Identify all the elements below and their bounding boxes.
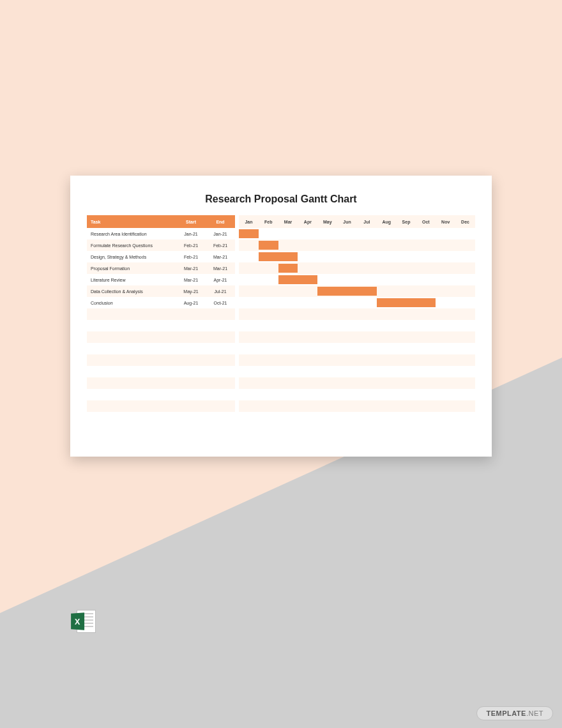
timeline-cell [239,320,259,331]
timeline-cell [397,239,416,251]
timeline-cell [455,285,475,297]
timeline-cell [278,377,298,389]
cell-start: Aug-21 [176,297,206,308]
timeline-cell [377,251,397,262]
timeline-cell [377,239,397,251]
timeline-cell [298,331,317,343]
timeline-cell [436,239,455,251]
timeline-cell [455,331,475,343]
timeline-cell [416,320,436,331]
excel-icon: X [70,610,96,633]
timeline-cell [317,308,337,320]
timeline-cell [239,412,259,423]
timeline-cell [239,377,259,389]
header-month: Apr [298,215,317,228]
timeline-cell [239,285,259,297]
gantt-bar [278,264,298,273]
timeline-cell [397,228,416,239]
table-row [87,343,475,354]
timeline-cell [317,400,337,412]
timeline-cell [455,320,475,331]
timeline-cell [377,228,397,239]
cell-end [206,331,235,343]
cell-task: Literature Review [87,274,176,285]
cell-task [87,354,176,366]
timeline-cell [377,366,397,377]
cell-task [87,331,176,343]
timeline-cell [377,412,397,423]
timeline-cell [298,343,317,354]
timeline-cell [317,343,337,354]
timeline-cell [436,354,455,366]
timeline-cell [357,331,377,343]
timeline-cell [416,343,436,354]
header-month: Aug [377,215,397,228]
cell-start: Mar-21 [176,262,206,274]
timeline-cell [337,366,357,377]
timeline [239,366,475,377]
timeline-cell [317,274,337,285]
timeline-cell [455,366,475,377]
timeline-cell [377,400,397,412]
table-row [87,320,475,331]
timeline-cell [377,274,397,285]
timeline-cell [416,228,436,239]
timeline-cell [278,400,298,412]
timeline-cell [259,412,278,423]
timeline-cell [239,400,259,412]
timeline [239,320,475,331]
cell-end: Jan-21 [206,228,235,239]
timeline [239,297,475,308]
header-row: Task Start End JanFebMarAprMayJunJulAugS… [87,215,475,228]
cell-end: Mar-21 [206,262,235,274]
cell-start [176,354,206,366]
timeline-cell [416,366,436,377]
timeline-cell [397,274,416,285]
header-month: Jan [239,215,259,228]
timeline-cell [278,389,298,400]
cell-task: Data Collection & Analysis [87,285,176,297]
timeline-cell [259,285,278,297]
cell-end: Jul-21 [206,285,235,297]
timeline-cell [436,274,455,285]
timeline-cell [436,262,455,274]
cell-task [87,308,176,320]
timeline-cell [337,377,357,389]
cell-end: Feb-21 [206,239,235,251]
table-row [87,400,475,412]
timeline [239,239,475,251]
header-month: Sep [397,215,416,228]
timeline-cell [259,331,278,343]
timeline-cell [436,251,455,262]
cell-task: Conclusion [87,297,176,308]
timeline-cell [377,354,397,366]
timeline-cell [298,239,317,251]
timeline-cell [455,228,475,239]
cell-task [87,377,176,389]
timeline-cell [239,389,259,400]
cell-start: Jan-21 [176,228,206,239]
timeline-cell [377,377,397,389]
timeline-cell [337,251,357,262]
header-month: May [317,215,337,228]
timeline [239,285,475,297]
cell-start [176,400,206,412]
cell-end [206,343,235,354]
cell-task: Research Area Identification [87,228,176,239]
timeline-cell [397,262,416,274]
timeline-cell [317,251,337,262]
timeline-cell [278,308,298,320]
timeline-cell [416,331,436,343]
timeline [239,274,475,285]
timeline-cell [455,389,475,400]
timeline-cell [416,239,436,251]
timeline-cell [259,343,278,354]
cell-start: Feb-21 [176,251,206,262]
cell-end [206,377,235,389]
header-month: Dec [455,215,475,228]
timeline [239,251,475,262]
gantt-bar [317,287,377,296]
cell-end [206,366,235,377]
header-month: Nov [436,215,455,228]
timeline-cell [259,354,278,366]
